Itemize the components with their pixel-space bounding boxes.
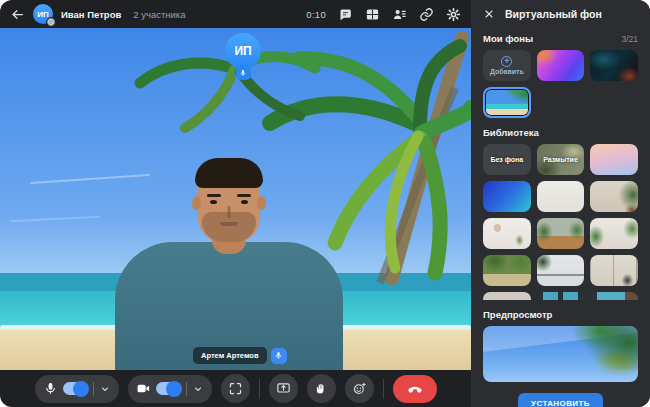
lib-desk-window[interactable] [537,255,585,286]
raise-hand-icon [314,381,329,396]
lib-white-shelf[interactable] [483,218,531,249]
add-background-tile-label: Добавить [490,68,524,75]
person-brow [207,194,221,197]
end-call-button[interactable] [393,375,437,403]
reactions-button[interactable] [345,374,374,403]
person-ear [257,196,266,210]
avatar: ИП [225,33,261,69]
panel-title: Виртуальный фон [505,8,602,20]
my-bg-beach[interactable] [483,87,531,118]
avatar: ИП [33,4,53,24]
close-panel-button[interactable] [483,8,495,20]
participants-count: 2 участника [133,9,185,20]
link-icon [419,7,434,22]
user-name: Иван Петров [61,9,121,20]
my-bg-gradient-wave[interactable] [537,50,585,81]
top-bar-left: ИП Иван Петров 2 участника [10,4,186,24]
call-window: ИП Иван Петров 2 участника 0:10 [0,0,650,407]
person-eye [210,200,217,204]
fullscreen-icon [228,381,243,396]
library-label: Библиотека [483,127,539,138]
lib-plant-interior[interactable] [590,218,638,249]
person-brow [237,194,251,197]
mic-on-icon [236,65,251,80]
toggle-knob [166,381,182,397]
floating-participant-avatar[interactable]: ИП [225,33,261,80]
call-timer: 0:10 [306,9,326,20]
my-backgrounds-counter: 3/21 [621,34,638,44]
panel-header: Виртуальный фон [483,0,638,28]
lib-partial-2[interactable] [537,292,585,300]
chevron-down-icon[interactable] [192,383,204,395]
participants-icon [392,7,407,22]
toggle-knob [73,381,89,397]
background-preview [483,326,638,382]
fullscreen-button[interactable] [221,374,250,403]
raise-hand-button[interactable] [307,374,336,403]
chat-icon [338,7,353,22]
my-bg-dark-abstract[interactable] [590,50,638,81]
lib-blur[interactable]: Размытие [537,144,585,175]
participant-person [104,108,354,370]
lib-blue-gradient[interactable] [483,181,531,212]
add-background-tile[interactable]: +Добавить [483,50,531,81]
lib-partial-1[interactable] [483,292,531,300]
virtual-background-panel: Виртуальный фон Мои фоны 3/21 +Добавить … [471,0,650,407]
toolbar-divider [383,379,384,399]
settings-button[interactable] [446,7,461,22]
screen-share-button[interactable] [269,374,298,403]
lib-partial-3[interactable] [590,292,638,300]
preview-label: Предпросмотр [483,309,552,320]
chat-button[interactable] [338,7,353,22]
speaker-label-row: Артем Артемов [193,347,287,364]
lib-no-background[interactable]: Без фона [483,144,531,175]
phone-down-icon [406,380,424,398]
divider [186,382,187,396]
chevron-down-icon[interactable] [99,383,111,395]
mic-toggle[interactable] [63,382,88,395]
lib-blur-label: Размытие [543,156,578,163]
lib-no-background-label: Без фона [490,156,523,163]
camera-toggle[interactable] [156,382,181,395]
microphone-icon [43,381,58,396]
toolbar-divider [259,379,260,399]
lib-beige-plant[interactable] [590,181,638,212]
lib-park[interactable] [483,255,531,286]
participants-button[interactable] [392,7,407,22]
grid-view-button[interactable] [365,7,380,22]
mic-on-icon [271,348,287,364]
person-eye [241,200,248,204]
library-header: Библиотека [483,127,638,138]
back-button[interactable] [10,7,25,22]
reactions-icon [352,381,367,396]
plus-circle-icon: + [501,56,512,67]
mic-control[interactable] [35,375,119,403]
top-bar-actions: 0:10 [306,7,461,22]
close-icon [483,8,495,20]
copy-link-button[interactable] [419,7,434,22]
person-face [198,162,260,242]
camera-icon [136,381,151,396]
person-nose [228,206,231,218]
divider [93,382,94,396]
lib-white-texture[interactable] [537,181,585,212]
gear-icon [446,7,461,22]
top-bar: ИП Иван Петров 2 участника 0:10 [0,0,471,28]
avatar-initials: ИП [234,44,251,58]
camera-control[interactable] [128,375,212,403]
speaker-name: Артем Артемов [193,347,267,364]
arrow-left-icon [10,7,25,22]
person-mouth [220,222,238,226]
library-grid: Без фонаРазмытие [483,144,638,300]
person-ear [192,196,201,210]
grid-view-icon [365,7,380,22]
lib-pastel-gradient[interactable] [590,144,638,175]
apply-background-button[interactable]: УСТАНОВИТЬ [518,393,603,407]
my-backgrounds-label: Мои фоны [483,33,533,44]
lib-office-plants[interactable] [537,218,585,249]
lib-office-window[interactable] [590,255,638,286]
my-backgrounds-header: Мои фоны 3/21 [483,33,638,44]
screen-share-icon [276,381,291,396]
clock-icon [46,17,56,27]
preview-header: Предпросмотр [483,309,638,320]
